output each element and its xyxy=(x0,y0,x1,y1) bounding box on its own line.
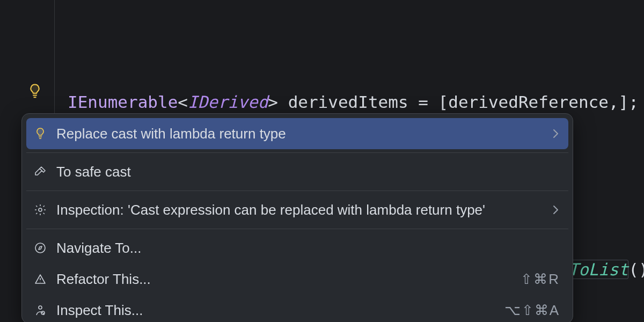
hammer-icon xyxy=(33,164,48,179)
popup-item-label: Inspection: 'Cast expression can be repl… xyxy=(56,202,543,218)
method-token: ToList xyxy=(568,260,628,279)
chevron-right-icon xyxy=(551,128,560,140)
popup-item-shortcut: ⇧⌘R xyxy=(521,271,560,288)
popup-item-label: To safe cast xyxy=(56,164,560,180)
popup-item[interactable]: Navigate To... xyxy=(26,232,568,264)
popup-item-label: Replace cast with lambda return type xyxy=(56,126,543,142)
identifier-token: derivedItems xyxy=(288,92,408,112)
punct-lt: < xyxy=(178,92,188,112)
triangle-icon xyxy=(33,272,48,287)
compass-icon xyxy=(33,240,48,255)
identifier-token: derivedReference xyxy=(448,92,609,112)
popup-item[interactable]: Refactor This...⇧⌘R xyxy=(26,264,568,295)
code-line-1: IEnumerable<IDerived> derivedItems = [de… xyxy=(68,88,644,116)
type-param-token: IDerived xyxy=(188,92,268,112)
popup-item[interactable]: Replace cast with lambda return type xyxy=(26,118,568,149)
lightbulb-gutter-icon[interactable] xyxy=(27,83,43,99)
code-editor: IEnumerable<IDerived> derivedItems = [de… xyxy=(0,0,644,322)
popup-divider xyxy=(26,229,568,229)
popup-item[interactable]: To safe cast xyxy=(26,156,568,187)
gear-icon xyxy=(33,202,48,217)
popup-divider xyxy=(26,152,568,153)
punct-gt: > xyxy=(268,92,288,112)
popup-item-label: Navigate To... xyxy=(56,240,560,257)
chevron-right-icon xyxy=(551,204,560,216)
quick-fix-popup: Replace cast with lambda return typeTo s… xyxy=(21,113,573,322)
punct-call: (); xyxy=(628,260,644,279)
svg-point-1 xyxy=(35,243,45,253)
popup-item-label: Inspect This... xyxy=(56,302,496,319)
punct-close: ,]; xyxy=(609,92,639,112)
popup-divider xyxy=(26,191,568,191)
popup-item[interactable]: Inspection: 'Cast expression can be repl… xyxy=(26,194,568,225)
punct-eq: = [ xyxy=(408,92,449,112)
type-token: IEnumerable xyxy=(68,92,178,112)
popup-item-shortcut: ⌥⇧⌘A xyxy=(504,302,560,319)
popup-item[interactable]: Inspect This...⌥⇧⌘A xyxy=(26,295,568,322)
popup-item-label: Refactor This... xyxy=(56,271,512,288)
svg-point-0 xyxy=(39,208,42,211)
svg-point-2 xyxy=(39,306,42,309)
inspect-icon xyxy=(33,303,48,318)
bulb-icon xyxy=(33,126,48,141)
